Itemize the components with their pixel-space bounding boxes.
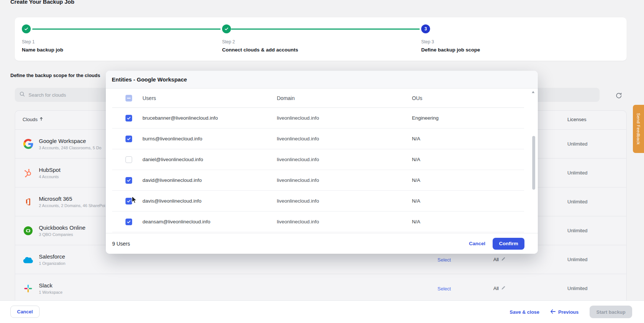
column-header-clouds[interactable]: Clouds <box>23 117 43 122</box>
step-label: Step 2 <box>222 39 235 44</box>
cloud-licenses: Unlimited <box>567 228 626 233</box>
cloud-subtitle: 3 Accounts, 248 Classrooms, 5 Do <box>39 146 101 150</box>
user-ou: N/A <box>412 157 524 162</box>
step-current-badge: 3 <box>421 24 430 33</box>
user-ou: N/A <box>412 198 524 204</box>
user-email: deansam@liveonlinecloud.info <box>142 219 277 224</box>
salesforce-icon <box>23 254 34 265</box>
google-workspace-icon <box>23 139 34 150</box>
user-email: burns@liveonlinecloud.info <box>142 136 277 141</box>
microsoft-365-icon <box>23 196 34 207</box>
cloud-subtitle: 3 QBO Companies <box>39 232 85 237</box>
user-row[interactable]: deansam@liveonlinecloud.infoliveonlinecl… <box>112 212 524 232</box>
user-row[interactable]: brucebanner@liveonlinecloud.infoliveonli… <box>112 108 524 129</box>
modal-title: Entities - Google Workspace <box>112 76 187 83</box>
column-header-ous[interactable]: OUs <box>412 95 524 101</box>
cloud-row[interactable]: Slack1 WorkspaceSelectAllUnlimited <box>15 274 626 303</box>
entities-modal: Entities - Google Workspace Users Domain… <box>106 71 538 254</box>
edit-scope-pencil-icon[interactable] <box>501 257 506 263</box>
save-and-close-link[interactable]: Save & close <box>510 309 539 315</box>
arrow-left-icon <box>550 309 556 315</box>
user-checkbox[interactable] <box>125 136 132 142</box>
cloud-name: Quickbooks Online <box>39 224 85 231</box>
user-row[interactable]: burns@liveonlinecloud.infoliveonlineclou… <box>112 129 524 149</box>
user-domain: liveonlinecloud.info <box>277 177 412 183</box>
step-connector <box>32 29 221 30</box>
feedback-tab[interactable]: Send Feedback <box>633 105 644 153</box>
user-row[interactable]: david@liveonlinecloud.infoliveonlineclou… <box>112 170 524 191</box>
cancel-button[interactable]: Cancel <box>10 306 40 318</box>
modal-header: Entities - Google Workspace <box>106 71 538 89</box>
column-header-licenses[interactable]: Licenses <box>567 117 586 122</box>
quickbooks-icon <box>23 225 34 236</box>
cloud-licenses: Unlimited <box>567 257 626 262</box>
user-domain: liveonlinecloud.info <box>277 136 412 141</box>
modal-cancel-button[interactable]: Cancel <box>469 241 485 246</box>
user-domain: liveonlinecloud.info <box>277 219 412 224</box>
modal-scrollbar-thumb[interactable] <box>532 136 535 190</box>
step-title: Define backup job scope <box>421 47 480 53</box>
cloud-licenses: Unlimited <box>567 199 626 204</box>
user-checkbox[interactable] <box>125 219 132 225</box>
cloud-name: Microsoft 365 <box>39 196 105 202</box>
sort-ascending-icon <box>39 117 43 122</box>
hubspot-icon <box>23 167 34 179</box>
step-title: Name backup job <box>22 47 63 53</box>
scroll-up-arrow[interactable] <box>531 90 535 94</box>
edit-scope-pencil-icon[interactable] <box>501 286 506 292</box>
step-complete-check-icon <box>22 24 31 33</box>
select-entities-link[interactable]: Select <box>437 257 451 263</box>
user-checkbox[interactable] <box>125 177 132 184</box>
cloud-subtitle: 4 Accounts <box>39 174 60 179</box>
cloud-licenses: Unlimited <box>567 170 626 176</box>
user-ou: Engineering <box>412 115 524 121</box>
user-ou: N/A <box>412 177 524 183</box>
cloud-licenses: Unlimited <box>567 286 626 291</box>
step-label: Step 3 <box>421 39 434 44</box>
step-label: Step 1 <box>22 39 35 44</box>
user-row[interactable]: daniel@liveonlinecloud.infoliveonlineclo… <box>112 149 524 170</box>
previous-button[interactable]: Previous <box>550 309 578 315</box>
cloud-subtitle: 2 Accounts, 2 Domains, 46 SharePoi <box>39 203 105 208</box>
step-complete-check-icon <box>222 24 231 33</box>
search-icon <box>19 91 25 99</box>
user-email: davis@liveonlinecloud.info <box>142 198 277 204</box>
slack-icon <box>23 283 34 294</box>
cloud-licenses: Unlimited <box>567 141 626 147</box>
cloud-subtitle: 1 Organization <box>39 261 66 266</box>
user-email: brucebanner@liveonlinecloud.info <box>142 115 277 121</box>
entities-table-header: Users Domain OUs <box>112 89 524 108</box>
modal-footer: 9 Users Cancel Confirm <box>106 233 538 254</box>
cloud-subtitle: 1 Workspace <box>39 290 63 294</box>
user-ou: N/A <box>412 219 524 224</box>
modal-rows: brucebanner@liveonlinecloud.infoliveonli… <box>112 108 524 232</box>
cloud-name: HubSpot <box>39 167 60 173</box>
bottom-action-bar: Cancel Save & close Previous Start backu… <box>0 301 644 323</box>
user-checkbox[interactable] <box>125 198 132 204</box>
user-checkbox[interactable] <box>125 156 132 163</box>
scope-value: All <box>493 257 499 262</box>
modal-body: Users Domain OUs brucebanner@liveonlinec… <box>106 89 538 233</box>
user-domain: liveonlinecloud.info <box>277 157 412 162</box>
user-count: 9 Users <box>112 241 130 247</box>
stepper: Step 1Name backup jobStep 2Connect cloud… <box>15 17 627 61</box>
user-email: daniel@liveonlinecloud.info <box>142 157 277 162</box>
page-title: Create Your Backup Job <box>10 0 74 5</box>
cloud-name: Google Workspace <box>39 138 101 144</box>
user-email: david@liveonlinecloud.info <box>142 177 277 183</box>
refresh-button[interactable] <box>614 91 624 100</box>
cloud-name: Salesforce <box>39 253 66 260</box>
scope-heading: Define the backup scope for the clouds <box>10 73 100 78</box>
modal-confirm-button[interactable]: Confirm <box>493 238 524 250</box>
user-row[interactable]: davis@liveonlinecloud.infoliveonlineclou… <box>112 191 524 212</box>
step-connector <box>231 29 420 30</box>
user-domain: liveonlinecloud.info <box>277 115 412 121</box>
column-header-users[interactable]: Users <box>142 95 277 101</box>
step-title: Connect clouds & add accounts <box>222 47 298 53</box>
user-checkbox[interactable] <box>125 115 132 121</box>
select-all-checkbox[interactable] <box>125 95 132 101</box>
cloud-name: Slack <box>39 282 63 289</box>
start-backup-button[interactable]: Start backup <box>590 306 632 318</box>
select-entities-link[interactable]: Select <box>437 286 451 292</box>
column-header-domain[interactable]: Domain <box>277 95 412 101</box>
